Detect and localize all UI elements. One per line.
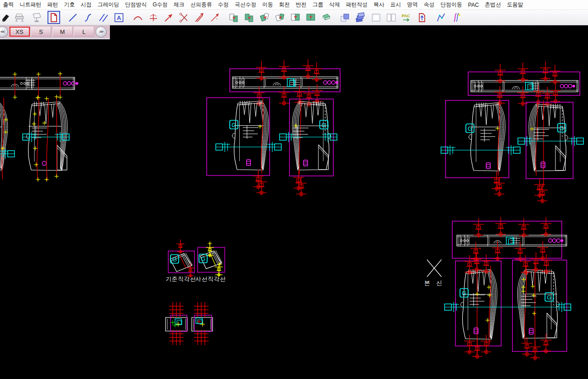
two-sheets-button[interactable] bbox=[385, 11, 398, 24]
size-tabs: XSSML bbox=[8, 27, 94, 37]
menu-item[interactable]: 체크 bbox=[174, 1, 185, 9]
menu-item[interactable]: 표시 bbox=[390, 1, 401, 9]
size-tab-bar: << XSSML >> bbox=[0, 25, 110, 39]
mirror-copy-button[interactable] bbox=[289, 11, 302, 24]
notch-cluster bbox=[471, 252, 482, 272]
menu-item[interactable]: 선의종류 bbox=[190, 1, 212, 9]
small-piece[interactable] bbox=[192, 302, 213, 345]
notch-cluster bbox=[495, 217, 506, 237]
arc-icon bbox=[133, 12, 143, 23]
rotate-move-button[interactable] bbox=[274, 11, 286, 24]
menu-item[interactable]: 곡선수정 bbox=[235, 1, 256, 9]
scissors-button[interactable] bbox=[178, 11, 190, 24]
curve-button[interactable] bbox=[82, 11, 95, 24]
menu-item[interactable]: 패턴작성 bbox=[346, 1, 368, 9]
waistband-piece[interactable] bbox=[0, 77, 78, 90]
menu-item[interactable]: 도움말 bbox=[507, 1, 523, 9]
pattern-piece[interactable] bbox=[529, 100, 568, 187]
menu-item[interactable]: 삭제 bbox=[329, 1, 340, 9]
measure-line bbox=[441, 145, 520, 155]
menu-item[interactable]: 이동 bbox=[262, 1, 273, 9]
line-button[interactable] bbox=[66, 11, 79, 24]
cutter-button[interactable] bbox=[0, 11, 13, 24]
next-size-button[interactable]: >> bbox=[95, 26, 107, 38]
svg-text:G: G bbox=[547, 294, 551, 301]
menu-item[interactable]: 영역 bbox=[407, 1, 418, 9]
point-cross-button[interactable] bbox=[147, 11, 160, 24]
extend-single-icon bbox=[209, 12, 220, 23]
grading-curves-button[interactable] bbox=[450, 11, 463, 24]
rotate-copy-button[interactable] bbox=[258, 11, 271, 24]
mirror-move-button[interactable] bbox=[304, 11, 317, 24]
grain-symbol: G bbox=[230, 120, 238, 129]
menu-item[interactable]: 복사 bbox=[374, 1, 384, 9]
plotter-button[interactable] bbox=[13, 11, 26, 24]
new-pattern-button[interactable] bbox=[47, 11, 60, 24]
arc-button[interactable] bbox=[132, 11, 144, 24]
svg-text:기준직각선: 기준직각선 bbox=[166, 276, 196, 282]
menu-item[interactable]: 패턴 bbox=[47, 1, 58, 9]
waistband-piece[interactable] bbox=[471, 81, 578, 92]
menu-item[interactable]: 니트패턴 bbox=[20, 1, 42, 9]
copy-piece-button[interactable] bbox=[228, 11, 240, 24]
extend-double-button[interactable] bbox=[193, 11, 206, 24]
menu-item[interactable]: 회전 bbox=[279, 1, 290, 9]
pattern-piece[interactable] bbox=[469, 100, 505, 175]
menu-item[interactable]: G수정 bbox=[153, 1, 168, 9]
move-point-button[interactable] bbox=[162, 11, 175, 24]
notch-cluster bbox=[481, 335, 492, 355]
grain-symbol: G bbox=[460, 289, 468, 297]
stack-pieces-button[interactable] bbox=[354, 11, 367, 24]
menu-item[interactable]: 그룹 bbox=[313, 1, 323, 9]
svg-text:A: A bbox=[117, 14, 121, 21]
polyline-points-button[interactable] bbox=[435, 11, 447, 24]
notch-cluster bbox=[303, 59, 313, 79]
pattern-load-button[interactable] bbox=[416, 11, 428, 24]
scissors-icon bbox=[179, 12, 190, 23]
pattern-piece[interactable] bbox=[0, 98, 8, 179]
svg-text:G: G bbox=[232, 122, 236, 128]
parallel-lines-icon bbox=[98, 12, 109, 23]
text-button[interactable]: A bbox=[113, 11, 125, 24]
size-tab[interactable]: M bbox=[52, 27, 73, 37]
pac-export-button[interactable]: PAC bbox=[400, 11, 413, 24]
waistband-piece[interactable] bbox=[457, 235, 567, 246]
size-tab[interactable]: XS bbox=[9, 27, 30, 37]
menu-item[interactable]: 기호 bbox=[64, 1, 75, 9]
size-tab[interactable]: L bbox=[74, 27, 94, 37]
blank-sheet-button[interactable] bbox=[370, 11, 382, 24]
size-tab-label: XS bbox=[15, 28, 23, 35]
curve-icon bbox=[83, 12, 94, 23]
menu-item[interactable]: 그레이딩 bbox=[98, 1, 119, 9]
menu-item[interactable]: 촌법선 bbox=[485, 1, 501, 9]
menu-item[interactable]: 출력 bbox=[3, 1, 14, 9]
notch-cluster bbox=[256, 61, 267, 81]
parallel-lines-button[interactable] bbox=[97, 11, 110, 24]
extend-single-button[interactable] bbox=[209, 11, 221, 24]
menu-item[interactable]: 반전 bbox=[296, 1, 307, 9]
small-piece[interactable] bbox=[166, 302, 187, 345]
piece-symbol bbox=[474, 328, 478, 334]
grain-symbol: G bbox=[466, 124, 474, 133]
prev-size-button[interactable]: << bbox=[0, 26, 8, 38]
overlap-pieces-button[interactable] bbox=[339, 11, 351, 24]
size-tab[interactable]: S bbox=[31, 27, 51, 37]
pattern-piece[interactable] bbox=[27, 96, 67, 180]
pattern-canvas[interactable]: GGGG본 신GG기준직각선G사선직각선G bbox=[0, 25, 588, 379]
menu-item[interactable]: 단점이동 bbox=[441, 1, 462, 9]
piece-symbol bbox=[303, 160, 308, 166]
menu-item[interactable]: PAC bbox=[468, 2, 479, 8]
eraser-icon bbox=[321, 12, 332, 23]
move-piece-button[interactable] bbox=[243, 11, 256, 24]
menu-item[interactable]: 단점방식 bbox=[125, 1, 147, 9]
eraser-button[interactable] bbox=[320, 11, 332, 24]
measure-line bbox=[518, 136, 583, 146]
notch-cluster bbox=[494, 177, 505, 197]
menu-item[interactable]: 시접 bbox=[81, 1, 92, 9]
menu-item[interactable]: 수정 bbox=[218, 1, 229, 9]
svg-text:G: G bbox=[468, 125, 472, 132]
digitizer-button[interactable] bbox=[30, 11, 43, 24]
notch-cluster bbox=[495, 64, 506, 84]
pattern-piece[interactable] bbox=[517, 262, 559, 354]
menu-item[interactable]: 속성 bbox=[424, 1, 435, 9]
